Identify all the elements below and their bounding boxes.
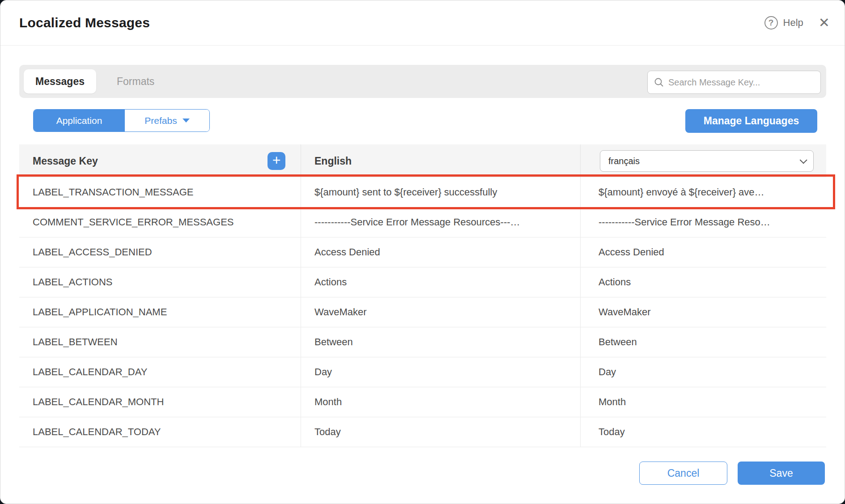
message-key-cell[interactable]: LABEL_CALENDAR_MONTH [19, 387, 301, 417]
table-row: LABEL_ACTIONSActionsActions [19, 267, 826, 297]
tab-bar: Messages Formats [19, 65, 826, 98]
cancel-button[interactable]: Cancel [639, 462, 727, 485]
search-icon [654, 77, 664, 87]
prefabs-label: Prefabs [144, 115, 177, 126]
footer-actions: Cancel Save [639, 462, 825, 485]
caret-down-icon [183, 119, 190, 123]
translation-cell[interactable]: Day [581, 357, 826, 387]
table-row: LABEL_APPLICATION_NAMEWaveMakerWaveMaker [19, 297, 826, 327]
english-cell[interactable]: Access Denied [301, 237, 581, 267]
application-button[interactable]: Application [34, 110, 125, 131]
language-select[interactable]: français [600, 150, 814, 172]
scope-toggle-group: Application Prefabs [33, 109, 210, 132]
column-header-language: français [581, 144, 826, 178]
message-key-cell[interactable]: LABEL_CALENDAR_TODAY [19, 417, 301, 447]
table-row: LABEL_CALENDAR_TODAYTodayToday [19, 417, 826, 447]
help-button[interactable]: ? Help [764, 16, 803, 30]
translation-cell[interactable]: Access Denied [581, 237, 826, 267]
table-row: LABEL_CALENDAR_MONTHMonthMonth [19, 387, 826, 417]
dialog-header: Localized Messages ? Help ✕ [0, 0, 845, 46]
search-box[interactable] [647, 71, 821, 94]
english-cell[interactable]: Between [301, 327, 581, 357]
english-cell[interactable]: Day [301, 357, 581, 387]
table-row: LABEL_CALENDAR_DAYDayDay [19, 357, 826, 387]
close-icon[interactable]: ✕ [819, 16, 830, 30]
help-label: Help [783, 17, 803, 29]
tab-formats[interactable]: Formats [117, 76, 154, 88]
message-key-cell[interactable]: LABEL_APPLICATION_NAME [19, 297, 301, 327]
column-header-message-key: Message Key + [19, 144, 301, 178]
english-cell[interactable]: WaveMaker [301, 297, 581, 327]
translation-cell[interactable]: -----------Service Error Message Reso… [581, 208, 826, 237]
localized-messages-dialog: Localized Messages ? Help ✕ Messages For… [0, 0, 845, 504]
prefabs-button[interactable]: Prefabs [125, 110, 209, 131]
table-body: LABEL_TRANSACTION_MESSAGE${amount} sent … [19, 178, 826, 447]
table-header-row: Message Key + English français [19, 144, 826, 178]
tab-messages[interactable]: Messages [24, 69, 96, 93]
add-message-key-button[interactable]: + [268, 152, 285, 170]
translation-cell[interactable]: Between [581, 327, 826, 357]
translation-cell[interactable]: Month [581, 387, 826, 417]
message-key-cell[interactable]: LABEL_ACCESS_DENIED [19, 237, 301, 267]
chevron-down-icon [800, 156, 807, 164]
search-input[interactable] [668, 77, 814, 88]
save-button[interactable]: Save [738, 462, 825, 485]
help-icon: ? [764, 16, 778, 30]
message-key-cell[interactable]: LABEL_TRANSACTION_MESSAGE [19, 178, 301, 207]
english-cell[interactable]: -----------Service Error Message Resourc… [301, 208, 581, 237]
translation-cell[interactable]: Today [581, 417, 826, 447]
english-cell[interactable]: Today [301, 417, 581, 447]
table-row: LABEL_TRANSACTION_MESSAGE${amount} sent … [19, 178, 826, 208]
message-key-cell[interactable]: LABEL_BETWEEN [19, 327, 301, 357]
translation-cell[interactable]: Actions [581, 267, 826, 297]
messages-table: Message Key + English français LABEL_TRA… [19, 144, 826, 447]
table-row: LABEL_BETWEENBetweenBetween [19, 327, 826, 357]
english-cell[interactable]: Month [301, 387, 581, 417]
manage-languages-button[interactable]: Manage Languages [685, 109, 817, 133]
dialog-title: Localized Messages [19, 15, 150, 30]
english-cell[interactable]: Actions [301, 267, 581, 297]
translation-cell[interactable]: WaveMaker [581, 297, 826, 327]
message-key-cell[interactable]: LABEL_CALENDAR_DAY [19, 357, 301, 387]
translation-cell[interactable]: ${amount} envoyé à ${receiver} ave… [581, 178, 826, 207]
english-cell[interactable]: ${amount} sent to ${receiver} successful… [301, 178, 581, 207]
message-key-cell[interactable]: COMMENT_SERVICE_ERROR_MESSAGES [19, 208, 301, 237]
language-select-value: français [608, 156, 640, 166]
column-header-english: English [301, 144, 581, 178]
message-key-cell[interactable]: LABEL_ACTIONS [19, 267, 301, 297]
table-row: LABEL_ACCESS_DENIEDAccess DeniedAccess D… [19, 237, 826, 267]
table-row: COMMENT_SERVICE_ERROR_MESSAGES----------… [19, 208, 826, 237]
